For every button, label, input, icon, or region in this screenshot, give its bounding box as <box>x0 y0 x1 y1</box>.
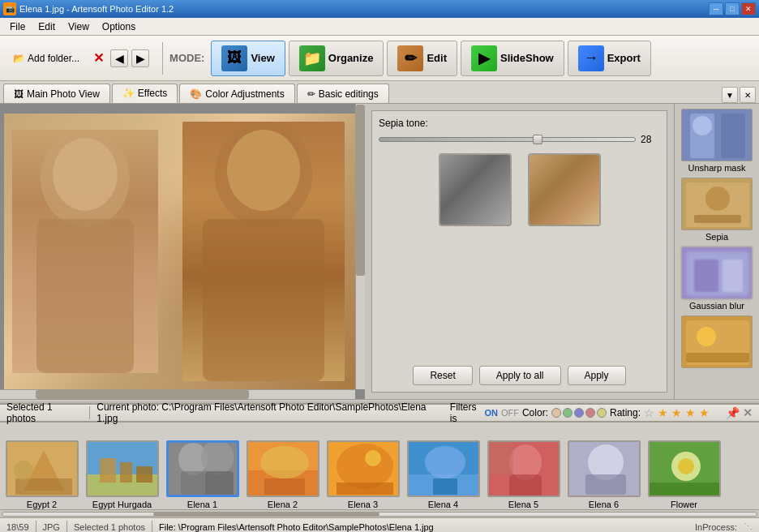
filmstrip-item-elena6[interactable]: Elena 6 <box>565 440 642 509</box>
effect-thumb-4 <box>681 315 753 368</box>
mode-edit-button[interactable]: ✏ Edit <box>387 41 457 76</box>
menu-options[interactable]: Options <box>96 19 142 34</box>
color-dot-1[interactable] <box>551 408 561 418</box>
tabs-close-button[interactable]: ✕ <box>740 87 756 103</box>
preview-before <box>439 153 512 226</box>
menu-view[interactable]: View <box>62 19 96 34</box>
effect-item-4[interactable] <box>678 314 756 371</box>
film-label-elena4: Elena 4 <box>428 500 458 509</box>
mode-slideshow-button[interactable]: ▶ SlideShow <box>461 41 564 76</box>
film-thumb-elena5 <box>487 440 560 497</box>
nav-back-button[interactable]: ◀ <box>110 49 128 67</box>
bottom-format: JPG <box>43 522 60 532</box>
tab-color-adjustments[interactable]: 🎨 Color Adjustments <box>179 84 294 103</box>
tab-basic-editings-icon: ✏ <box>307 88 315 100</box>
film-label-hurgada: Egypt Hurgada <box>92 500 152 509</box>
filmstrip-item-elena3[interactable]: Elena 3 <box>324 440 401 509</box>
filmstrip-item-elena5[interactable]: Elena 5 <box>485 440 562 509</box>
filter-on[interactable]: ON <box>484 408 498 418</box>
effect-thumb-gaussian <box>681 247 753 299</box>
effect-thumb-unsharp <box>681 109 753 161</box>
apply-button[interactable]: Apply <box>568 366 626 385</box>
pin-button[interactable]: 📌 <box>726 406 740 419</box>
effect-item-gaussian-blur[interactable]: Gaussian blur <box>678 245 756 312</box>
filmstrip-item-elena1[interactable]: Elena 1 <box>164 440 241 509</box>
close-panel-button[interactable]: ✕ <box>743 406 753 419</box>
filmstrip-item-elena2[interactable]: Elena 2 <box>244 440 321 509</box>
sepia-slider[interactable] <box>379 137 636 142</box>
tab-main-photo-view[interactable]: 🖼 Main Photo View <box>3 84 110 103</box>
apply-to-all-button[interactable]: Apply to all <box>479 366 561 385</box>
mode-view-button[interactable]: 🖼 View <box>211 41 285 76</box>
film-thumb-flower <box>648 440 721 497</box>
export-icon: → <box>578 45 604 71</box>
selected-count: Selected 1 photos <box>6 401 83 424</box>
view-icon: 🖼 <box>221 45 247 71</box>
filmstrip-item-egypt2[interactable]: Egypt 2 <box>3 440 80 509</box>
rating-star-4[interactable]: ★ <box>685 406 696 419</box>
effects-inner: Sepia tone: 28 Rese <box>371 110 667 393</box>
effect-item-unsharp-mask[interactable]: Unsharp mask <box>678 107 756 174</box>
export-label: Export <box>607 52 641 64</box>
film-label-egypt2: Egypt 2 <box>27 500 57 509</box>
app-icon: 📷 <box>3 2 16 15</box>
rating-star-2[interactable]: ★ <box>658 406 668 419</box>
tabs-scroll-arrow[interactable]: ▼ <box>722 87 738 103</box>
add-folder-button[interactable]: 📂 Add folder... <box>6 51 86 66</box>
main-content: Sepia tone: 28 Rese <box>0 104 759 399</box>
bottom-coords: 18\59 <box>6 522 29 532</box>
filmstrip-item-egypt-hurgada[interactable]: Egypt Hurgada <box>84 440 161 509</box>
title-bar: 📷 Elena 1.jpg - Artensoft Photo Editor 1… <box>0 0 759 18</box>
svg-point-12 <box>705 187 730 211</box>
effect-item-sepia[interactable]: Sepia <box>678 176 756 243</box>
filmstrip-item-flower[interactable]: Flower <box>645 440 723 509</box>
mode-export-button[interactable]: → Export <box>568 41 651 76</box>
view-label: View <box>251 52 274 64</box>
reset-button[interactable]: Reset <box>413 366 472 385</box>
rating-star-1[interactable]: ☆ <box>644 406 654 419</box>
bottom-inprocess: InProcess: <box>695 522 737 532</box>
svg-rect-33 <box>181 471 205 497</box>
mode-organize-button[interactable]: 📁 Organize <box>289 41 384 76</box>
filmstrip-scrollbar[interactable] <box>2 512 757 517</box>
svg-rect-47 <box>433 478 457 495</box>
effect-thumb-sepia <box>681 178 753 230</box>
filmstrip-scroll[interactable] <box>0 509 759 517</box>
menu-edit[interactable]: Edit <box>32 19 62 34</box>
svg-rect-51 <box>489 442 513 474</box>
photo-scroll-vertical[interactable] <box>355 104 365 389</box>
color-dot-5[interactable] <box>597 408 607 418</box>
film-thumb-elena1 <box>166 440 239 497</box>
color-dot-4[interactable] <box>585 408 595 418</box>
svg-rect-1 <box>36 219 134 373</box>
minimize-button[interactable]: ─ <box>709 2 723 15</box>
nav-forward-button[interactable]: ▶ <box>131 49 149 67</box>
rating-star-5[interactable]: ★ <box>699 406 710 419</box>
color-dot-3[interactable] <box>574 408 584 418</box>
rating-star-3[interactable]: ★ <box>671 406 682 419</box>
close-button[interactable]: ✕ <box>741 2 756 15</box>
filter-off[interactable]: OFF <box>501 408 519 418</box>
svg-rect-59 <box>650 483 721 497</box>
delete-button[interactable]: ✕ <box>89 49 107 67</box>
bottom-sep2 <box>66 521 67 533</box>
maximize-button[interactable]: □ <box>725 2 740 15</box>
slider-thumb[interactable] <box>533 135 542 144</box>
svg-rect-13 <box>694 215 741 223</box>
toolbar: 📂 Add folder... ✕ ◀ ▶ MODE: 🖼 View 📁 Org… <box>0 36 759 81</box>
bottom-file-path: File: \Program Files\Artensoft Photo Edi… <box>159 522 688 532</box>
photo-scroll-horizontal[interactable] <box>0 389 355 399</box>
color-dot-2[interactable] <box>563 408 572 418</box>
menu-file[interactable]: File <box>3 19 32 34</box>
filmstrip-scroll-thumb[interactable] <box>153 513 380 516</box>
resize-grip[interactable]: ⋱ <box>744 521 753 532</box>
effect-label-sepia: Sepia <box>705 232 728 242</box>
tab-effects[interactable]: ✨ Effects <box>112 84 178 103</box>
edit-icon: ✏ <box>397 45 423 71</box>
effects-outer: Sepia tone: 28 Rese <box>365 104 759 399</box>
film-thumb-elena4 <box>407 440 480 497</box>
filmstrip-item-elena4[interactable]: Elena 4 <box>405 440 482 509</box>
svg-rect-29 <box>120 462 132 483</box>
tab-basic-editings[interactable]: ✏ Basic editings <box>297 84 389 103</box>
color-dots <box>551 408 607 418</box>
